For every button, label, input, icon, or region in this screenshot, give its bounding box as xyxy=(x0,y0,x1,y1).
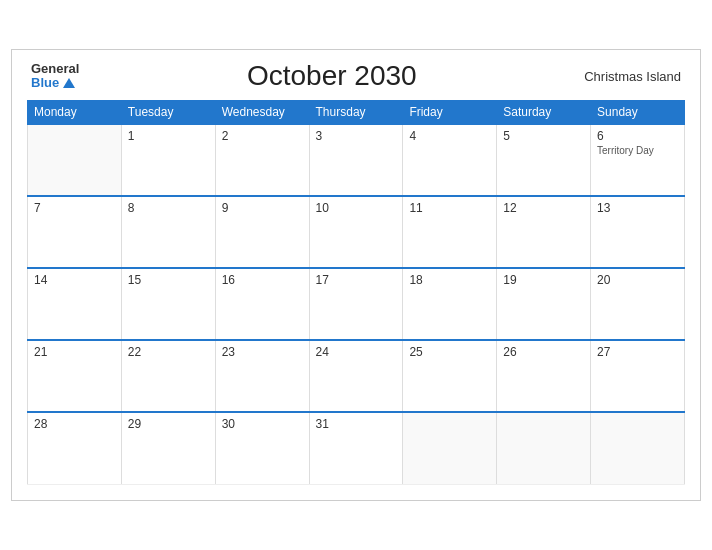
day-event: Territory Day xyxy=(597,145,678,156)
calendar-cell: 4 xyxy=(403,124,497,196)
weekday-header-wednesday: Wednesday xyxy=(215,101,309,125)
day-number: 14 xyxy=(34,273,115,287)
calendar-cell: 27 xyxy=(591,340,685,412)
day-number: 3 xyxy=(316,129,397,143)
day-number: 30 xyxy=(222,417,303,431)
logo: General Blue xyxy=(31,62,79,91)
day-number: 16 xyxy=(222,273,303,287)
calendar-cell: 3 xyxy=(309,124,403,196)
calendar-cell: 25 xyxy=(403,340,497,412)
day-number: 22 xyxy=(128,345,209,359)
calendar-cell: 31 xyxy=(309,412,403,484)
calendar-cell: 14 xyxy=(28,268,122,340)
calendar-header: General Blue October 2030 Christmas Isla… xyxy=(27,60,685,92)
day-number: 8 xyxy=(128,201,209,215)
day-number: 24 xyxy=(316,345,397,359)
calendar-cell: 22 xyxy=(121,340,215,412)
calendar-cell: 6Territory Day xyxy=(591,124,685,196)
calendar-cell: 7 xyxy=(28,196,122,268)
calendar-week-row-2: 14151617181920 xyxy=(28,268,685,340)
calendar-cell: 29 xyxy=(121,412,215,484)
calendar-week-row-4: 28293031 xyxy=(28,412,685,484)
day-number: 1 xyxy=(128,129,209,143)
calendar-location: Christmas Island xyxy=(584,69,681,84)
day-number: 23 xyxy=(222,345,303,359)
day-number: 18 xyxy=(409,273,490,287)
weekday-header-sunday: Sunday xyxy=(591,101,685,125)
day-number: 12 xyxy=(503,201,584,215)
calendar-grid: MondayTuesdayWednesdayThursdayFridaySatu… xyxy=(27,100,685,485)
calendar-cell: 28 xyxy=(28,412,122,484)
weekday-header-monday: Monday xyxy=(28,101,122,125)
calendar-cell: 30 xyxy=(215,412,309,484)
day-number: 13 xyxy=(597,201,678,215)
logo-blue-text: Blue xyxy=(31,76,79,90)
day-number: 21 xyxy=(34,345,115,359)
calendar-cell: 1 xyxy=(121,124,215,196)
day-number: 25 xyxy=(409,345,490,359)
weekday-header-friday: Friday xyxy=(403,101,497,125)
day-number: 4 xyxy=(409,129,490,143)
weekday-header-saturday: Saturday xyxy=(497,101,591,125)
day-number: 9 xyxy=(222,201,303,215)
calendar-cell: 11 xyxy=(403,196,497,268)
calendar-cell: 10 xyxy=(309,196,403,268)
calendar-cell: 24 xyxy=(309,340,403,412)
calendar-cell: 2 xyxy=(215,124,309,196)
weekday-header-tuesday: Tuesday xyxy=(121,101,215,125)
calendar-cell: 9 xyxy=(215,196,309,268)
calendar-cell xyxy=(28,124,122,196)
calendar-cell: 17 xyxy=(309,268,403,340)
calendar-cell xyxy=(591,412,685,484)
calendar-cell: 19 xyxy=(497,268,591,340)
calendar-cell xyxy=(403,412,497,484)
calendar-cell: 26 xyxy=(497,340,591,412)
calendar-cell: 8 xyxy=(121,196,215,268)
calendar-cell: 20 xyxy=(591,268,685,340)
calendar-cell: 15 xyxy=(121,268,215,340)
calendar-cell: 23 xyxy=(215,340,309,412)
calendar-cell: 13 xyxy=(591,196,685,268)
logo-general-text: General xyxy=(31,62,79,76)
calendar-cell: 18 xyxy=(403,268,497,340)
calendar-cell: 21 xyxy=(28,340,122,412)
day-number: 28 xyxy=(34,417,115,431)
weekday-header-row: MondayTuesdayWednesdayThursdayFridaySatu… xyxy=(28,101,685,125)
calendar-cell: 5 xyxy=(497,124,591,196)
day-number: 17 xyxy=(316,273,397,287)
calendar-week-row-0: 123456Territory Day xyxy=(28,124,685,196)
calendar-cell xyxy=(497,412,591,484)
calendar-week-row-1: 78910111213 xyxy=(28,196,685,268)
day-number: 7 xyxy=(34,201,115,215)
calendar-container: General Blue October 2030 Christmas Isla… xyxy=(11,49,701,501)
weekday-header-thursday: Thursday xyxy=(309,101,403,125)
logo-triangle-icon xyxy=(63,78,75,88)
day-number: 6 xyxy=(597,129,678,143)
calendar-week-row-3: 21222324252627 xyxy=(28,340,685,412)
day-number: 2 xyxy=(222,129,303,143)
day-number: 27 xyxy=(597,345,678,359)
day-number: 11 xyxy=(409,201,490,215)
day-number: 5 xyxy=(503,129,584,143)
day-number: 26 xyxy=(503,345,584,359)
calendar-cell: 12 xyxy=(497,196,591,268)
day-number: 15 xyxy=(128,273,209,287)
day-number: 20 xyxy=(597,273,678,287)
day-number: 19 xyxy=(503,273,584,287)
day-number: 10 xyxy=(316,201,397,215)
day-number: 29 xyxy=(128,417,209,431)
calendar-cell: 16 xyxy=(215,268,309,340)
calendar-title: October 2030 xyxy=(79,60,584,92)
day-number: 31 xyxy=(316,417,397,431)
